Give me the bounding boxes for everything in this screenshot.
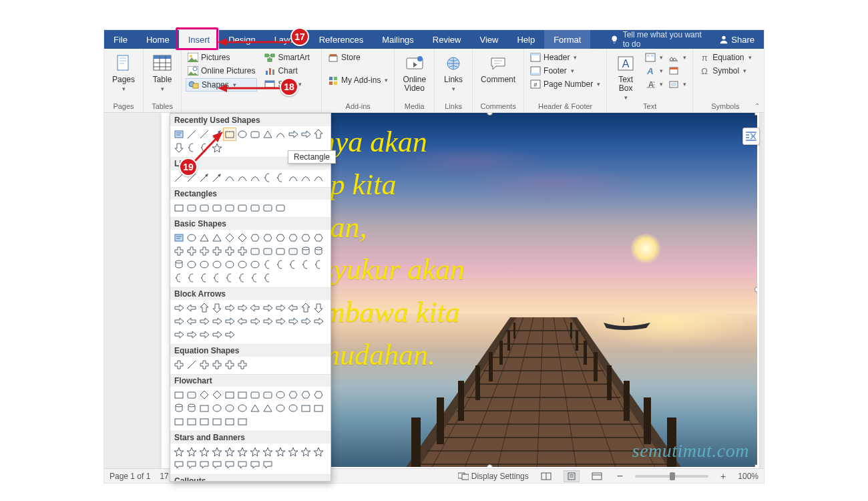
zoom-slider-thumb[interactable] xyxy=(670,472,675,480)
shape-arrow[interactable] xyxy=(198,172,210,184)
shape-brace[interactable] xyxy=(262,172,274,184)
shape-uarrow[interactable] xyxy=(312,128,324,140)
shape-oval[interactable] xyxy=(224,402,236,414)
shape-hex[interactable] xyxy=(287,389,299,401)
shape-rarrow[interactable] xyxy=(224,302,236,314)
shape-rarrow[interactable] xyxy=(249,315,261,327)
table-button[interactable]: Table ▾ xyxy=(148,50,177,92)
shape-callout[interactable] xyxy=(186,459,198,471)
shape-hex[interactable] xyxy=(249,232,261,244)
online-video-button[interactable]: Online Video xyxy=(399,50,430,93)
shape-star[interactable] xyxy=(173,446,185,458)
shape-uarrow[interactable] xyxy=(198,302,210,314)
shape-star[interactable] xyxy=(312,446,324,458)
page-number-button[interactable]: #Page Number▾ xyxy=(528,78,602,90)
shape-cyl[interactable] xyxy=(300,245,312,257)
pictures-button[interactable]: Pictures xyxy=(186,51,257,63)
shape-star[interactable] xyxy=(236,446,248,458)
shape-larrow[interactable] xyxy=(287,302,299,314)
shape-hex[interactable] xyxy=(274,232,286,244)
shape-larrow[interactable] xyxy=(249,302,261,314)
shape-rarrow[interactable] xyxy=(211,329,223,341)
shape-oval[interactable] xyxy=(224,259,236,271)
share-button[interactable]: Share xyxy=(710,30,764,49)
shape-star[interactable] xyxy=(287,446,299,458)
symbol-button[interactable]: ΩSymbol▾ xyxy=(697,65,753,77)
shape-callout[interactable] xyxy=(198,459,210,471)
shape-curve[interactable] xyxy=(224,172,236,184)
shape-callout[interactable] xyxy=(173,459,185,471)
shape-rrect[interactable] xyxy=(262,389,274,401)
collapse-ribbon-icon[interactable]: ⌃ xyxy=(754,102,760,110)
shape-star[interactable] xyxy=(224,446,236,458)
tab-review[interactable]: Review xyxy=(423,30,471,49)
shape-hex[interactable] xyxy=(312,232,324,244)
shape-plus[interactable] xyxy=(186,245,198,257)
shape-cyl[interactable] xyxy=(186,402,198,414)
shape-rrect[interactable] xyxy=(274,245,286,257)
shape-plus[interactable] xyxy=(236,359,248,371)
tab-help[interactable]: Help xyxy=(507,30,544,49)
shape-rarrow[interactable] xyxy=(287,128,299,140)
shape-rrect[interactable] xyxy=(262,202,274,214)
shape-oval[interactable] xyxy=(186,259,198,271)
shape-rrect[interactable] xyxy=(198,202,210,214)
shape-brace[interactable] xyxy=(287,259,299,271)
shape-rect[interactable] xyxy=(224,128,236,140)
shape-plus[interactable] xyxy=(211,245,223,257)
shape-oval[interactable] xyxy=(236,259,248,271)
drop-cap-button[interactable]: A▾ xyxy=(643,78,665,90)
shape-rarrow[interactable] xyxy=(262,302,274,314)
shape-star[interactable] xyxy=(249,446,261,458)
shape-rarrow[interactable] xyxy=(300,315,312,327)
shape-rect[interactable] xyxy=(173,202,185,214)
shape-larrow[interactable] xyxy=(186,315,198,327)
shape-diam[interactable] xyxy=(211,389,223,401)
zoom-slider[interactable] xyxy=(635,475,708,478)
shape-rarrow[interactable] xyxy=(287,315,299,327)
shape-rect[interactable] xyxy=(211,415,223,428)
shape-rrect[interactable] xyxy=(249,245,261,257)
shape-rarrow[interactable] xyxy=(173,315,185,327)
shape-rrect[interactable] xyxy=(274,202,286,214)
shape-curve[interactable] xyxy=(300,172,312,184)
wordart-button[interactable]: A▾ xyxy=(643,65,665,77)
shape-oval[interactable] xyxy=(211,402,223,414)
shape-rarrow[interactable] xyxy=(274,302,286,314)
shape-rrect[interactable] xyxy=(287,245,299,257)
footer-button[interactable]: Footer▾ xyxy=(528,65,602,77)
signature-line-button[interactable]: ▾ xyxy=(666,51,688,63)
shape-callout[interactable] xyxy=(211,459,223,471)
shape-star[interactable] xyxy=(186,446,198,458)
shape-rect[interactable] xyxy=(224,389,236,401)
date-time-button[interactable] xyxy=(666,65,688,77)
shape-brace[interactable] xyxy=(262,259,274,271)
shape-plus[interactable] xyxy=(173,359,185,371)
shape-tri[interactable] xyxy=(249,402,261,414)
tab-mailings[interactable]: Mailings xyxy=(373,30,423,49)
shape-rarrow[interactable] xyxy=(173,329,185,341)
shape-brace[interactable] xyxy=(262,272,274,284)
shape-rarrow[interactable] xyxy=(236,302,248,314)
shape-plus[interactable] xyxy=(236,245,248,257)
shape-rrect[interactable] xyxy=(186,202,198,214)
shape-callout[interactable] xyxy=(262,459,274,471)
shape-star[interactable] xyxy=(262,446,274,458)
shape-oval[interactable] xyxy=(236,402,248,414)
shape-rarrow[interactable] xyxy=(186,329,198,341)
shape-rect[interactable] xyxy=(198,415,210,428)
read-mode-button[interactable] xyxy=(538,470,554,482)
chart-button[interactable]: Chart xyxy=(262,65,311,77)
shape-darrow[interactable] xyxy=(312,302,324,314)
shape-uarrow[interactable] xyxy=(300,302,312,314)
shape-tri[interactable] xyxy=(211,232,223,244)
pages-button[interactable]: Pages ▾ xyxy=(108,50,139,92)
shape-hex[interactable] xyxy=(312,389,324,401)
shape-diam[interactable] xyxy=(224,232,236,244)
status-word-count[interactable]: 17 xyxy=(160,472,168,481)
shape-star[interactable] xyxy=(198,446,210,458)
shape-rect[interactable] xyxy=(173,389,185,401)
shape-rrect[interactable] xyxy=(249,202,261,214)
shape-brace[interactable] xyxy=(312,259,324,271)
shape-oval[interactable] xyxy=(211,259,223,271)
